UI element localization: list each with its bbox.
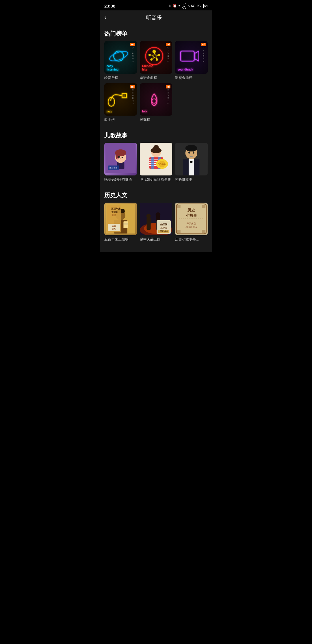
chart-neon-label-jazz: jazz [107,110,112,113]
svg-marker-10 [195,51,199,61]
media-thumb-lishi: 历史 小故事 每天多点 感悟和启迪 [175,203,208,235]
charts-badge-2: mi C H A R T S [166,43,171,62]
chart-label-easy-listening: 轻音乐榜 [104,75,137,80]
hot-charts-section: 热门榜单 mi C H A R T S [100,25,212,127]
media-card-feifei[interactable]: 飞飞姐姐 飞飞姐姐童话故事集 [140,143,172,182]
svg-text:感悟和启迪: 感悟和启迪 [186,226,197,229]
speed-indicator: 5.7K/s [182,2,186,9]
chart-card-chinese-hits[interactable]: mi C H A R T S [140,41,172,80]
history-culture-section: 历史人文 [100,187,212,247]
page-header: ‹ 听音乐 [100,10,212,25]
chart-neon-label-easy: easylistening [107,64,118,71]
svg-text:每天多点: 每天多点 [187,222,196,225]
soundtrack-icon [178,45,201,68]
nfc-icon: N [169,4,172,8]
media-card-cunzhang[interactable]: 村长讲故事 [175,143,208,182]
chart-label-chinese-hits: 华语金曲榜 [140,75,172,80]
media-thumb-wuyangming: 五百年来 王阳明 百家 讲坛 鄱波 [104,203,137,235]
hot-charts-grid-row2: mi C H A R T S [104,83,208,123]
charts-badge-3: mi C H A R T S [201,43,206,62]
chart-thumbnail-folk: mi C H A R T S [140,83,172,116]
cunzhang-illustration [175,143,208,175]
svg-rect-89 [202,205,205,208]
media-label-wanan: 晚安妈妈睡前谜语 [104,177,137,182]
svg-point-49 [188,151,190,154]
mi-logo-2: mi [166,43,171,46]
feifei-illustration: 飞飞姐姐 [140,143,172,175]
back-button[interactable]: ‹ [104,14,106,21]
sangu-illustration: 品三国 易中天 百家讲坛 [140,203,172,235]
media-label-lishi: 历史小故事每... [175,237,208,242]
media-card-lishi[interactable]: 历史 小故事 每天多点 感悟和启迪 历史小故事每... [175,203,208,242]
svg-text:百家: 百家 [112,225,116,227]
bluetooth-icon: ✦ [178,4,181,8]
svg-text:讲坛: 讲坛 [112,227,116,230]
media-label-sangu: 易中天品三国 [140,237,172,242]
svg-text:王阳明: 王阳明 [111,211,118,214]
svg-rect-63 [108,224,120,231]
children-stories-title: 儿歌故事 [104,127,208,143]
svg-text:百家讲坛: 百家讲坛 [159,230,168,233]
svg-point-4 [153,50,156,53]
charts-text: C H A R T S [131,47,134,62]
svg-rect-71 [146,218,151,230]
mi-logo-4: mi [130,85,135,88]
media-card-wuyangming[interactable]: 五百年来 王阳明 百家 讲坛 鄱波 五百年来王阳明 [104,203,137,242]
alarm-icon: ⏰ [173,4,177,8]
wuyangming-illustration: 五百年来 王阳明 百家 讲坛 鄱波 [106,204,135,234]
page-title: 听音乐 [111,14,197,21]
svg-marker-3 [152,53,158,59]
svg-point-0 [114,51,124,61]
chart-label-jazz: 爵士榜 [104,117,137,122]
svg-text:历史: 历史 [187,208,196,212]
chart-label-folk: 民谣榜 [140,117,172,122]
charts-text-2: C H A R T S [167,47,170,62]
media-label-cunzhang: 村长讲故事 [175,177,208,182]
mi-logo-5: mi [166,85,171,88]
charts-text-4: C H A R T S [131,89,134,105]
chart-thumbnail-chinese-hits: mi C H A R T S [140,41,172,74]
jazz-icon [107,87,130,110]
lishi-illustration: 历史 小故事 每天多点 感悟和启迪 [175,203,208,235]
svg-text:易中天: 易中天 [160,227,167,229]
chart-neon-label-soundtrack: soundtrack [177,68,193,71]
svg-point-24 [117,158,119,160]
media-thumb-wanan: 睡前迷语 [104,143,137,175]
chart-thumbnail-jazz: mi C H A R T S [104,83,137,116]
media-label-wuyangming: 五百年来王阳明 [104,237,137,242]
svg-point-44 [185,145,197,152]
svg-text:品三国: 品三国 [160,223,167,226]
battery-icon: ▐64 [202,4,208,8]
signal-5g: 5G [191,4,196,8]
charts-text-3: C H A R T S [202,47,205,62]
children-stories-section: 儿歌故事 [100,127,212,187]
chart-card-easy-listening[interactable]: mi C H A R T S [104,41,137,80]
svg-point-16 [152,99,157,103]
svg-rect-9 [181,51,194,61]
svg-point-50 [193,151,194,154]
svg-rect-37 [151,157,154,169]
svg-rect-91 [202,230,205,233]
status-icons: N ⏰ ✦ 5.7K/s ∿ 5G 4G ▐64 [169,2,208,9]
media-thumb-feifei: 飞飞姐姐 [140,143,172,175]
chart-card-jazz[interactable]: mi C H A R T S [104,83,137,123]
hot-charts-title: 热门榜单 [104,25,208,41]
svg-point-31 [151,148,161,153]
chart-label-soundtrack: 影视金曲榜 [175,75,208,80]
svg-point-8 [156,58,158,61]
svg-point-5 [148,54,151,56]
status-time: 23:38 [104,3,115,8]
media-card-sangu[interactable]: 品三国 易中天 百家讲坛 易中天品三国 [140,203,172,242]
chart-thumbnail-easy-listening: mi C H A R T S [104,41,137,74]
svg-point-72 [146,214,151,218]
chart-card-soundtrack[interactable]: mi C H A R T S [175,41,208,80]
svg-text:鄱波: 鄱波 [112,214,116,216]
svg-text:小故事: 小故事 [185,213,197,218]
chart-thumbnail-soundtrack: mi C H A R T S [175,41,208,74]
svg-rect-88 [177,205,181,208]
hot-charts-grid-row1: mi C H A R T S [104,41,208,80]
charts-text-5: C H A R T S [167,89,170,105]
chart-card-folk[interactable]: mi C H A R T S [140,83,172,123]
media-card-wanan[interactable]: 睡前迷语 晚安妈妈睡前谜语 [104,143,137,182]
svg-text:飞飞姐姐: 飞飞姐姐 [158,163,166,166]
